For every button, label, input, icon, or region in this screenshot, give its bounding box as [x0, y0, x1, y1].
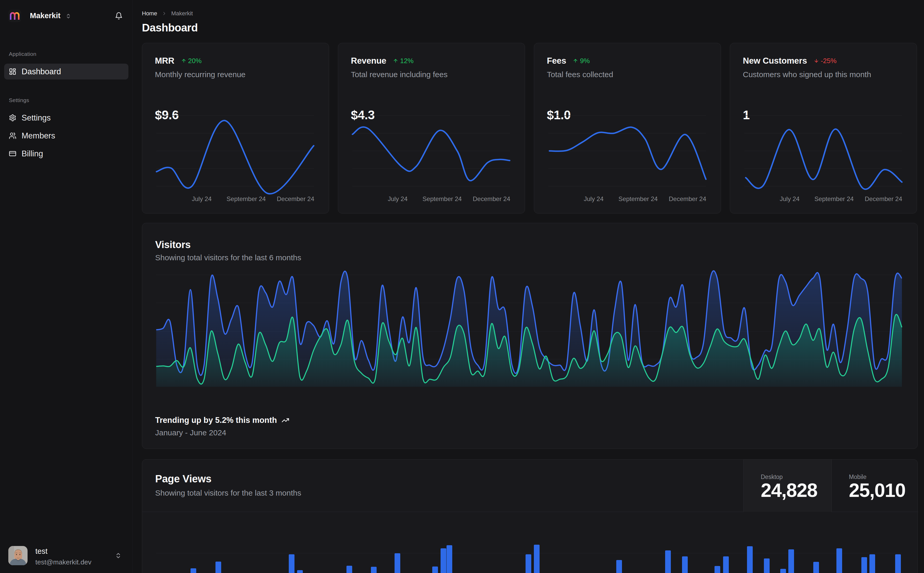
svg-text:December 24: December 24 — [473, 195, 510, 202]
svg-text:September 24: September 24 — [423, 195, 462, 202]
svg-text:December 24: December 24 — [277, 195, 314, 202]
svg-text:July 24: July 24 — [780, 195, 800, 202]
svg-text:September 24: September 24 — [814, 195, 854, 202]
svg-text:September 24: September 24 — [227, 195, 266, 202]
svg-text:July 24: July 24 — [192, 195, 212, 202]
svg-text:July 24: July 24 — [388, 195, 408, 202]
svg-text:September 24: September 24 — [619, 195, 658, 202]
svg-text:December 24: December 24 — [669, 195, 706, 202]
svg-text:July 24: July 24 — [584, 195, 604, 202]
svg-text:December 24: December 24 — [865, 195, 902, 202]
